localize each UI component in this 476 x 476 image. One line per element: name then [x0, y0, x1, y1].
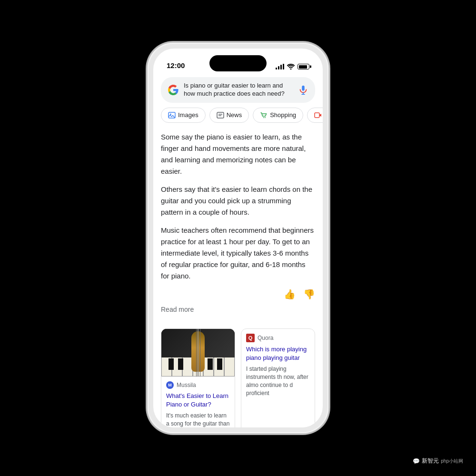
content-area[interactable]: Some say the piano is easier to learn, a…	[153, 128, 323, 427]
shopping-icon	[260, 111, 268, 119]
tab-shopping-label: Shopping	[270, 111, 296, 119]
phone-screen: 12:00	[153, 49, 323, 427]
summary-para-3: Music teachers often recommend that begi…	[161, 225, 315, 282]
videos-icon	[314, 111, 322, 119]
tab-shopping[interactable]: Shopping	[253, 108, 303, 123]
watermark-sub: php小站网	[441, 458, 463, 465]
google-logo	[168, 84, 179, 96]
watermark-text: 新智元	[422, 457, 439, 465]
card-image-mussila	[161, 329, 235, 377]
tab-videos[interactable]: Videos	[307, 108, 323, 123]
mussila-source-name: Mussila	[177, 382, 196, 388]
summary-para-2: Others say that it's easier to learn cho…	[161, 184, 315, 218]
mussila-snippet: It's much easier to learn a song for the…	[166, 412, 230, 427]
feedback-row: 👍 👎	[161, 288, 315, 300]
thumbs-down-button[interactable]: 👎	[303, 288, 315, 300]
summary-para-1: Some say the piano is easier to learn, a…	[161, 131, 315, 177]
mussila-title: What's Easier to Learn Piano or Guitar?	[166, 392, 230, 409]
tab-images-label: Images	[178, 111, 198, 119]
quora-snippet: I started playing instruments th now, af…	[246, 365, 310, 397]
tab-news[interactable]: News	[209, 108, 249, 123]
result-cards: M Mussila What's Easier to Learn Piano o…	[161, 328, 315, 427]
watermark: 💬 新智元 php小站网	[408, 455, 467, 467]
mussila-favicon: M	[166, 381, 174, 389]
piano-visual	[161, 329, 235, 377]
battery-icon	[298, 64, 309, 69]
svg-rect-0	[302, 86, 305, 91]
quora-source: Q Quora	[246, 334, 310, 342]
thumbs-up-button[interactable]: 👍	[284, 288, 296, 300]
phone-frame: 12:00	[148, 43, 328, 433]
quora-favicon: Q	[246, 334, 255, 342]
svg-point-9	[265, 117, 266, 118]
dynamic-island	[209, 55, 267, 71]
mic-icon[interactable]	[298, 85, 308, 95]
read-more-link[interactable]: Read more	[161, 306, 315, 313]
mussila-source: M Mussila	[166, 381, 230, 389]
tab-images[interactable]: Images	[161, 108, 206, 123]
search-bar-container: Is piano or guitar easier to learn and h…	[153, 73, 323, 103]
status-icons	[276, 64, 309, 69]
card-content-mussila: M Mussila What's Easier to Learn Piano o…	[161, 377, 235, 427]
quora-title: Which is more playing piano playing guit…	[246, 345, 310, 362]
filter-tabs: Images News Shopping	[153, 103, 323, 128]
result-card-mussila[interactable]: M Mussila What's Easier to Learn Piano o…	[161, 328, 235, 427]
result-card-quora[interactable]: Q Quora Which is more playing piano play…	[241, 328, 315, 427]
ai-summary: Some say the piano is easier to learn, a…	[161, 128, 315, 328]
tab-news-label: News	[227, 111, 242, 119]
svg-point-8	[263, 117, 264, 118]
svg-rect-5	[217, 112, 224, 118]
signal-icon	[276, 64, 284, 69]
images-icon	[168, 111, 176, 119]
news-icon	[217, 111, 224, 119]
wifi-icon	[287, 64, 295, 69]
search-query-text: Is piano or guitar easier to learn and h…	[184, 82, 293, 98]
card-content-quora: Q Quora Which is more playing piano play…	[241, 329, 315, 402]
search-bar[interactable]: Is piano or guitar easier to learn and h…	[161, 77, 315, 103]
quora-source-name: Quora	[258, 335, 273, 341]
watermark-icon: 💬	[413, 458, 420, 465]
status-time: 12:00	[167, 61, 185, 69]
svg-rect-10	[315, 113, 319, 118]
svg-point-4	[170, 113, 171, 115]
